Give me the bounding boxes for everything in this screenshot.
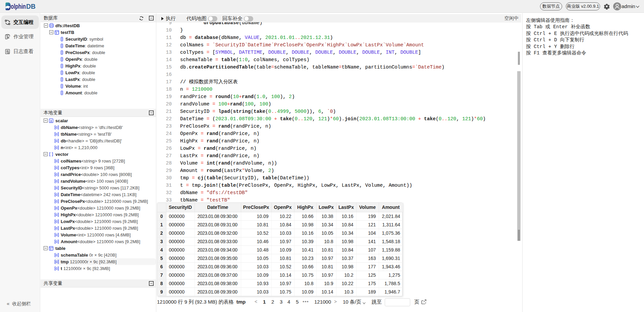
svg-text:olphin: olphin — [11, 2, 26, 10]
svg-text:DB: DB — [26, 2, 36, 10]
